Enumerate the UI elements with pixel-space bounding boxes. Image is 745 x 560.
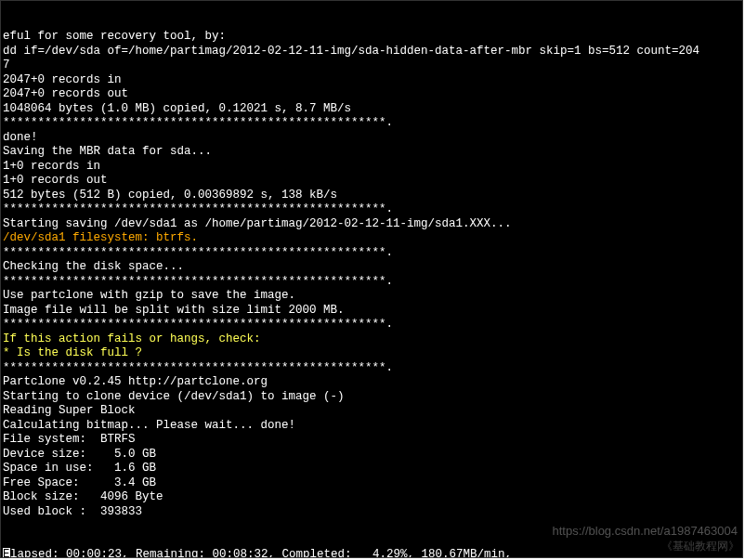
terminal-line-13: Starting saving /dev/sda1 as /home/parti… [3,217,740,232]
terminal-line-30: Space in use: 1.6 GB [3,462,740,476]
terminal-line-23: ****************************************… [3,361,740,376]
terminal-line-29: Device size: 5.0 GB [3,448,740,462]
terminal-output: eful for some recovery tool, by:dd if=/d… [0,0,743,558]
terminal-lines: eful for some recovery tool, by:dd if=/d… [3,30,740,519]
terminal-line-1: dd if=/dev/sda of=/home/partimag/2012-02… [3,45,740,59]
terminal-line-0: eful for some recovery tool, by: [3,30,740,45]
terminal-line-8: Saving the MBR data for sda... [3,145,740,160]
terminal-line-15: ****************************************… [3,246,740,261]
terminal-line-12: ****************************************… [3,202,740,217]
progress-line-elapsed: Elapsed: 00:00:23, Remaining: 00:08:32, … [3,548,740,558]
terminal-line-27: Calculating bitmap... Please wait... don… [3,419,740,434]
terminal-line-9: 1+0 records in [3,160,740,175]
progress-elapsed-text: lapsed: 00:00:23, Remaining: 00:08:32, C… [10,548,512,558]
terminal-line-10: 1+0 records out [3,174,740,189]
terminal-line-2: 7 [3,59,740,73]
terminal-line-22: * Is the disk full ? [3,346,740,361]
terminal-line-19: Image file will be split with size limit… [3,304,740,319]
terminal-cursor: E [3,548,10,558]
terminal-line-6: ****************************************… [3,116,740,131]
terminal-line-3: 2047+0 records in [3,73,740,88]
terminal-line-4: 2047+0 records out [3,87,740,102]
terminal-line-32: Block size: 4096 Byte [3,490,740,505]
terminal-line-17: ****************************************… [3,275,740,290]
terminal-line-24: Partclone v0.2.45 http://partclone.org [3,375,740,390]
terminal-line-18: Use partclone with gzip to save the imag… [3,289,740,304]
terminal-line-14: /dev/sda1 filesystem: btrfs. [3,231,740,246]
terminal-line-26: Reading Super Block [3,404,740,419]
terminal-line-16: Checking the disk space... [3,260,740,275]
terminal-line-33: Used block : 393833 [3,505,740,520]
terminal-line-7: done! [3,131,740,146]
terminal-line-28: File system: BTRFS [3,433,740,448]
terminal-line-25: Starting to clone device (/dev/sda1) to … [3,390,740,405]
terminal-line-21: If this action fails or hangs, check: [3,332,740,347]
terminal-line-5: 1048064 bytes (1.0 MB) copied, 0.12021 s… [3,102,740,117]
terminal-line-11: 512 bytes (512 B) copied, 0.00369892 s, … [3,189,740,203]
terminal-line-20: ****************************************… [3,318,740,332]
terminal-line-31: Free Space: 3.4 GB [3,476,740,491]
